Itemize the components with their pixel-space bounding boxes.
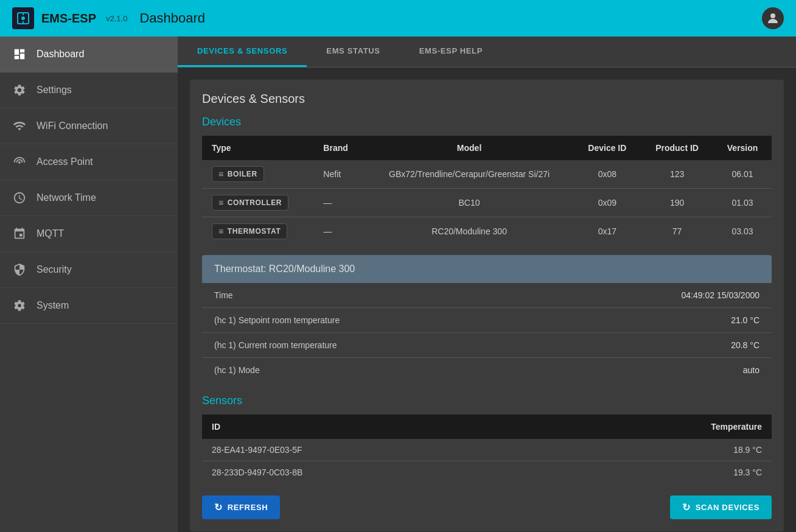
sidebar-item-dashboard[interactable]: Dashboard bbox=[0, 37, 178, 72]
action-buttons: ↻ REFRESH ↻ SCAN DEVICES bbox=[202, 495, 772, 519]
thermostat-row: (hc 1) Mode auto bbox=[202, 358, 772, 382]
col-brand: Brand bbox=[313, 136, 365, 160]
svg-point-1 bbox=[21, 16, 25, 20]
thermostat-row-label: (hc 1) Setpoint room temperature bbox=[214, 315, 340, 325]
thermostat-row-value: 20.8 °C bbox=[731, 340, 759, 350]
page-section-title: Devices & Sensors bbox=[202, 92, 772, 106]
thermostat-row-label: (hc 1) Mode bbox=[214, 365, 260, 375]
thermostat-body: Time 04:49:02 15/03/2000 (hc 1) Setpoint… bbox=[202, 283, 772, 382]
device-model: BC10 bbox=[365, 189, 573, 217]
col-type: Type bbox=[202, 136, 313, 160]
thermostat-row-label: Time bbox=[214, 290, 233, 300]
sidebar-item-network-time[interactable]: Network Time bbox=[0, 180, 178, 216]
device-id: 0x08 bbox=[574, 160, 641, 189]
devices-table: Type Brand Model Device ID Product ID Ve… bbox=[202, 136, 772, 245]
tabs-bar: DEVICES & SENSORS EMS STATUS EMS-ESP HEL… bbox=[178, 37, 796, 68]
product-id: 123 bbox=[641, 160, 713, 189]
user-icon[interactable] bbox=[762, 7, 784, 29]
svg-point-5 bbox=[18, 304, 21, 307]
refresh-label: REFRESH bbox=[228, 503, 268, 512]
device-version: 06.01 bbox=[713, 160, 772, 189]
settings-icon bbox=[12, 83, 27, 97]
sensor-temperature: 18.9 °C bbox=[550, 439, 772, 461]
sidebar-item-access-point[interactable]: Access Point bbox=[0, 144, 178, 180]
table-row[interactable]: ≡ BOILER Nefit GBx72/Trendline/Cerapur/G… bbox=[202, 160, 772, 189]
col-product-id: Product ID bbox=[641, 136, 713, 160]
thermostat-header: Thermostat: RC20/Moduline 300 bbox=[202, 255, 772, 283]
device-type[interactable]: ≡ BOILER bbox=[202, 160, 313, 189]
sensor-id: 28-233D-9497-0C03-8B bbox=[202, 461, 550, 484]
sensor-id: 28-EA41-9497-0E03-5F bbox=[202, 439, 550, 461]
main-panel: Devices & Sensors Devices Type Brand Mod… bbox=[190, 80, 784, 531]
device-model: GBx72/Trendline/Cerapur/Greenstar Si/27i bbox=[365, 160, 573, 189]
device-model: RC20/Moduline 300 bbox=[365, 217, 573, 246]
device-type[interactable]: ≡ THERMOSTAT bbox=[202, 217, 313, 246]
sidebar-label-access-point: Access Point bbox=[37, 156, 93, 167]
clock-icon bbox=[12, 191, 27, 205]
sidebar-label-mqtt: MQTT bbox=[37, 228, 64, 239]
access-point-icon bbox=[12, 155, 27, 169]
sensors-section: Sensors ID Temperature 28-EA41-9497-0E03… bbox=[202, 394, 772, 483]
sidebar-label-dashboard: Dashboard bbox=[37, 49, 84, 60]
col-model: Model bbox=[365, 136, 573, 160]
devices-table-header-row: Type Brand Model Device ID Product ID Ve… bbox=[202, 136, 772, 160]
sidebar-label-network-time: Network Time bbox=[37, 192, 96, 203]
sensors-title: Sensors bbox=[202, 394, 772, 407]
thermostat-row: Time 04:49:02 15/03/2000 bbox=[202, 283, 772, 308]
thermostat-row: (hc 1) Current room temperature 20.8 °C bbox=[202, 333, 772, 358]
page-title: Dashboard bbox=[127, 10, 762, 26]
sensors-table: ID Temperature 28-EA41-9497-0E03-5F 18.9… bbox=[202, 415, 772, 483]
sidebar-item-security[interactable]: Security bbox=[0, 252, 178, 288]
thermostat-row-value: 21.0 °C bbox=[731, 315, 759, 325]
system-icon bbox=[12, 299, 27, 312]
sidebar-label-security: Security bbox=[37, 264, 72, 275]
col-sensor-id: ID bbox=[202, 415, 550, 439]
device-id: 0x17 bbox=[574, 217, 641, 246]
refresh-button[interactable]: ↻ REFRESH bbox=[202, 495, 280, 519]
dashboard-icon bbox=[12, 47, 27, 61]
sidebar-label-settings: Settings bbox=[37, 85, 72, 96]
device-version: 01.03 bbox=[713, 189, 772, 217]
device-brand: Nefit bbox=[313, 160, 365, 189]
security-icon bbox=[12, 263, 27, 276]
sidebar-item-mqtt[interactable]: MQTT bbox=[0, 216, 178, 252]
sidebar-item-wifi[interactable]: WiFi Connection bbox=[0, 108, 178, 144]
tab-ems-status[interactable]: EMS STATUS bbox=[307, 37, 399, 67]
sidebar: Dashboard Settings WiFi Connection Acces… bbox=[0, 37, 178, 532]
main-layout: Dashboard Settings WiFi Connection Acces… bbox=[0, 37, 796, 532]
scan-devices-label: SCAN DEVICES bbox=[696, 503, 759, 512]
wifi-icon bbox=[12, 119, 27, 133]
devices-title: Devices bbox=[202, 116, 772, 128]
table-row[interactable]: ≡ CONTROLLER — BC10 0x09 190 01.03 bbox=[202, 189, 772, 217]
thermostat-row-label: (hc 1) Current room temperature bbox=[214, 340, 337, 350]
device-type-label: CONTROLLER bbox=[228, 198, 282, 207]
app-version: v2.1.0 bbox=[106, 14, 127, 23]
device-id: 0x09 bbox=[574, 189, 641, 217]
thermostat-row-value: auto bbox=[743, 365, 759, 375]
table-row[interactable]: ≡ THERMOSTAT — RC20/Moduline 300 0x17 77… bbox=[202, 217, 772, 246]
tab-devices-sensors[interactable]: DEVICES & SENSORS bbox=[178, 37, 307, 67]
sidebar-label-wifi: WiFi Connection bbox=[37, 121, 108, 131]
refresh-icon: ↻ bbox=[214, 502, 223, 513]
col-temperature: Temperature bbox=[550, 415, 772, 439]
tab-ems-esp-help[interactable]: EMS-ESP HELP bbox=[400, 37, 502, 67]
sidebar-item-settings[interactable]: Settings bbox=[0, 72, 178, 108]
device-version: 03.03 bbox=[713, 217, 772, 246]
sidebar-item-system[interactable]: System bbox=[0, 288, 178, 324]
scan-devices-button[interactable]: ↻ SCAN DEVICES bbox=[670, 495, 772, 519]
col-version: Version bbox=[713, 136, 772, 160]
table-row: 28-EA41-9497-0E03-5F 18.9 °C bbox=[202, 439, 772, 461]
scan-icon: ↻ bbox=[682, 502, 691, 513]
mqtt-icon bbox=[12, 227, 27, 240]
badge-icon: ≡ bbox=[218, 198, 224, 208]
app-name: EMS-ESP bbox=[41, 12, 96, 26]
product-id: 77 bbox=[641, 217, 713, 246]
sensors-header-row: ID Temperature bbox=[202, 415, 772, 439]
product-id: 190 bbox=[641, 189, 713, 217]
thermostat-row: (hc 1) Setpoint room temperature 21.0 °C bbox=[202, 308, 772, 333]
device-type[interactable]: ≡ CONTROLLER bbox=[202, 189, 313, 217]
table-row: 28-233D-9497-0C03-8B 19.3 °C bbox=[202, 461, 772, 484]
device-type-label: BOILER bbox=[228, 170, 257, 178]
top-header: EMS-ESP v2.1.0 Dashboard bbox=[0, 0, 796, 37]
device-brand: — bbox=[313, 217, 365, 246]
